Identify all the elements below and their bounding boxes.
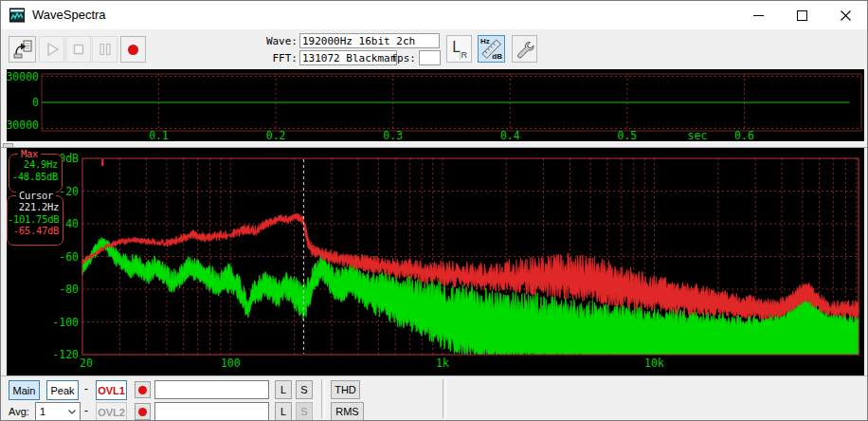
svg-text:sec: sec — [688, 129, 708, 141]
waveform-chart: 300000-300000.10.20.30.40.50.6sec — [7, 69, 864, 141]
close-icon — [841, 10, 851, 21]
svg-text:1k: 1k — [436, 357, 449, 370]
ovl2-save-button: S — [296, 402, 313, 421]
wave-format-label: Wave: — [257, 35, 298, 47]
svg-text:100: 100 — [221, 357, 241, 370]
chevron-down-icon — [68, 410, 76, 414]
dash-separator: - — [84, 382, 88, 395]
ovl1-button[interactable]: OVL1 — [96, 380, 127, 400]
toolbar: Wave: 192000Hz 16bit 2ch FFT: 131072 Bla… — [1, 29, 867, 69]
minimize-button[interactable] — [736, 1, 780, 29]
open-file-button[interactable] — [9, 36, 36, 63]
fft-format-label: FFT: — [257, 52, 298, 64]
svg-text:-80: -80 — [59, 283, 79, 296]
thd-button[interactable]: THD — [331, 380, 360, 399]
svg-text:10k: 10k — [644, 357, 664, 370]
svg-text:0.4: 0.4 — [500, 129, 520, 141]
fft-format-field: 131072 Blackman — [299, 50, 397, 65]
spectrum-chart[interactable]: 0dB-20-40-60-80-100-120201001k10k — [7, 148, 864, 375]
ovl1-load-button[interactable]: L — [275, 380, 292, 399]
separator — [321, 379, 325, 418]
record-button[interactable] — [120, 36, 146, 63]
close-button[interactable] — [823, 1, 867, 29]
svg-text:0.3: 0.3 — [383, 129, 403, 141]
channel-lr-button[interactable]: L R — [446, 35, 472, 63]
max-readout-box: Max 24.9Hz -48.85dB — [9, 154, 63, 192]
ovl2-load-button[interactable]: L — [275, 402, 292, 421]
bottom-control-bar: Main Peak - OVL1 L S THD Avg: 1 - OVL2 L… — [1, 375, 868, 421]
stop-icon — [70, 41, 87, 58]
svg-text:-120: -120 — [52, 348, 79, 361]
app-icon — [9, 8, 25, 23]
wrench-icon — [515, 40, 534, 59]
channel-r-label: R — [460, 50, 468, 60]
ovl1-record-button[interactable] — [135, 381, 151, 398]
ovl2-file-input[interactable] — [154, 402, 269, 421]
panel-splitter[interactable] — [1, 141, 868, 148]
titlebar: WaveSpectra — [1, 1, 867, 29]
play-icon — [44, 41, 61, 58]
maximize-button[interactable] — [780, 1, 823, 29]
svg-text:0.1: 0.1 — [149, 129, 169, 141]
main-button[interactable]: Main — [9, 380, 40, 400]
peak-button[interactable]: Peak — [46, 380, 79, 400]
cursor-frequency-value: 221.2Hz — [8, 201, 63, 213]
max-level-value: -48.85dB — [9, 171, 62, 183]
cursor-level-right-value: -65.47dB — [8, 225, 63, 237]
pause-icon — [97, 41, 114, 58]
max-frequency-value: 24.9Hz — [9, 158, 62, 171]
ovl2-button: OVL2 — [96, 402, 127, 421]
record-icon — [128, 45, 138, 55]
max-label: Max — [18, 148, 41, 159]
rms-button[interactable]: RMS — [331, 402, 364, 421]
wave-format-field: 192000Hz 16bit 2ch — [299, 33, 440, 48]
minimize-icon — [753, 15, 764, 16]
svg-text:20: 20 — [80, 357, 93, 370]
ovl2-record-button[interactable] — [135, 403, 151, 420]
window-title: WaveSpectra — [32, 8, 106, 22]
cursor-label: Cursor — [16, 190, 56, 201]
svg-text:0.6: 0.6 — [734, 129, 754, 141]
svg-text:-100: -100 — [52, 316, 79, 329]
ovl1-record-icon — [138, 386, 147, 394]
avg-value: 1 — [40, 406, 45, 417]
settings-wrench-button[interactable] — [512, 35, 537, 63]
svg-text:-60: -60 — [59, 250, 79, 264]
cursor-level-left-value: -101.75dB — [8, 213, 63, 226]
stop-button — [65, 36, 91, 63]
hz-db-scale-button[interactable]: Hz dB — [478, 35, 505, 63]
play-button — [39, 36, 64, 63]
db-label: dB — [492, 52, 502, 61]
fps-field — [419, 50, 441, 65]
avg-select[interactable]: 1 — [35, 402, 81, 421]
pause-button — [92, 36, 118, 63]
svg-text:0.2: 0.2 — [266, 129, 286, 141]
svg-text:-30000: -30000 — [7, 119, 39, 132]
ovl1-save-button[interactable]: S — [296, 380, 313, 399]
svg-text:0.5: 0.5 — [617, 129, 637, 141]
cursor-readout-box: Cursor 221.2Hz -101.75dB -65.47dB — [7, 195, 63, 246]
separator — [443, 379, 446, 418]
maximize-icon — [797, 10, 807, 21]
svg-text:30000: 30000 — [7, 70, 39, 83]
svg-text:0: 0 — [32, 96, 39, 109]
ovl1-file-input[interactable] — [154, 380, 269, 399]
wavespectra-window: WaveSpectra — [0, 0, 868, 421]
dash-separator: - — [84, 404, 88, 417]
open-file-icon — [12, 39, 33, 60]
avg-label: Avg: — [9, 406, 29, 417]
ovl2-record-icon — [138, 408, 147, 416]
fps-label: fps: — [389, 52, 416, 64]
